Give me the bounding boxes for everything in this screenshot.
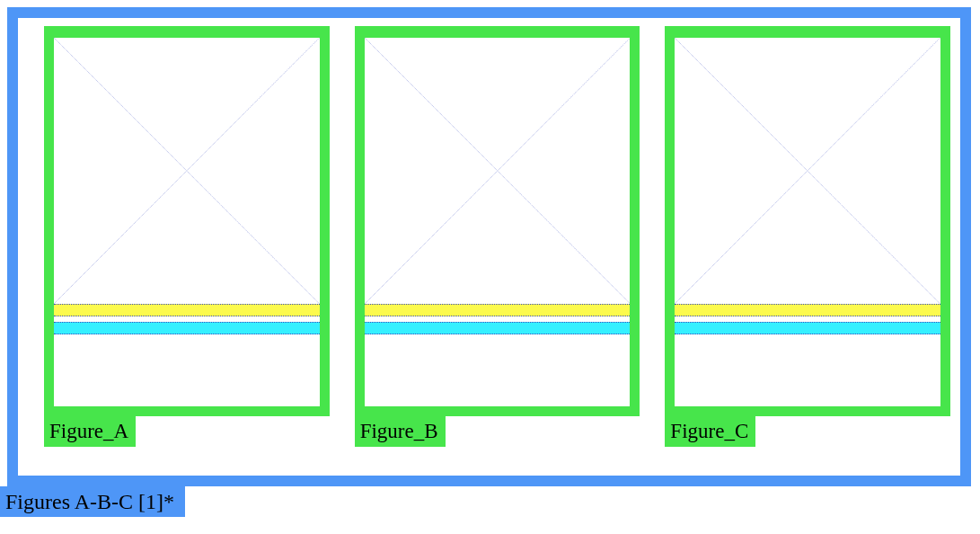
svg-line-1 — [54, 38, 320, 304]
panel-b-band-yellow — [365, 304, 631, 316]
panel-c: Figure_C — [665, 26, 950, 447]
panel-c-band-cyan — [675, 322, 940, 334]
svg-line-0 — [54, 38, 320, 304]
svg-line-4 — [675, 38, 940, 304]
svg-line-3 — [365, 38, 631, 304]
panel-c-label: Figure_C — [665, 415, 755, 447]
panel-b: Figure_B — [355, 26, 640, 447]
panel-b-cross — [365, 38, 631, 304]
panel-b-card — [355, 26, 640, 416]
svg-line-2 — [365, 38, 631, 304]
panels-row: Figure_A Figure_B Figu — [44, 26, 950, 447]
panel-a-card — [44, 26, 330, 416]
panel-b-band-cyan — [365, 322, 631, 334]
panel-a: Figure_A — [44, 26, 330, 447]
svg-line-5 — [675, 38, 940, 304]
panel-b-label: Figure_B — [355, 415, 446, 447]
panel-a-band-cyan — [54, 322, 320, 334]
panel-c-card — [665, 26, 950, 416]
panel-c-band-yellow — [675, 304, 940, 316]
figures-container: Figure_A Figure_B Figu — [7, 7, 971, 486]
figures-container-label: Figures A-B-C [1]* — [0, 486, 185, 517]
panel-a-label: Figure_A — [44, 415, 136, 447]
panel-a-band-yellow — [54, 304, 320, 316]
panel-a-cross — [54, 38, 320, 304]
panel-c-cross — [675, 38, 940, 304]
